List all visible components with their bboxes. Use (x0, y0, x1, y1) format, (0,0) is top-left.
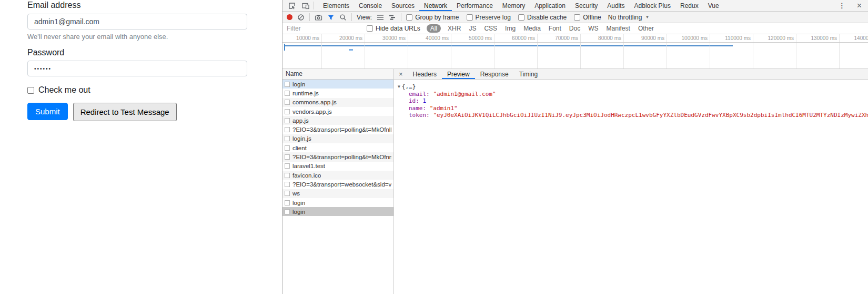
json-property[interactable]: id: 1 (398, 97, 868, 105)
resource-icon (285, 173, 290, 178)
overview-loaded-line (285, 45, 733, 46)
password-input[interactable] (27, 61, 247, 76)
timeline-gridline (365, 34, 365, 42)
toolbar-checkbox-group-by-frame[interactable]: Group by frame (406, 14, 459, 21)
request-row[interactable]: ?EIO=3&transport=polling&t=MkOfnmS… (282, 152, 393, 161)
toolbar-checkbox-offline[interactable]: Offline (574, 14, 601, 21)
devtools-tab-redux[interactable]: Redux (675, 0, 703, 11)
devtools-tab-sources[interactable]: Sources (387, 0, 419, 11)
preview-panel: ▼ {,…} email: "admin1@gmail.com"id: 1nam… (394, 80, 868, 294)
email-input[interactable] (27, 14, 247, 30)
record-icon[interactable] (287, 14, 292, 20)
timeline-tick-label: 10000 ms (282, 35, 319, 41)
request-row[interactable]: laravel1.test (282, 162, 393, 171)
devtools-tab-vue[interactable]: Vue (703, 0, 724, 11)
network-filter-input[interactable] (287, 25, 360, 32)
checkbox-label: Disable cache (527, 14, 567, 21)
name-column-header[interactable]: Name (282, 69, 393, 80)
timeline-tick-label: 70000 ms (541, 35, 578, 41)
close-detail-icon[interactable]: × (394, 71, 408, 77)
filter-type-xhr[interactable]: XHR (447, 24, 462, 33)
request-row[interactable]: commons.app.js (282, 98, 393, 107)
filter-type-img[interactable]: Img (504, 24, 517, 33)
devtools-tab-security[interactable]: Security (570, 0, 602, 11)
filter-type-js[interactable]: JS (468, 24, 477, 33)
devtools-close-icon[interactable]: × (857, 2, 862, 10)
resource-icon (285, 82, 290, 87)
inspect-element-icon[interactable] (286, 0, 298, 11)
email-label: Email address (27, 1, 80, 10)
filter-icon[interactable] (327, 14, 335, 21)
filter-type-ws[interactable]: WS (587, 24, 599, 33)
timeline-gridline (623, 34, 624, 42)
request-row[interactable]: favicon.ico (282, 171, 393, 180)
filter-type-manifest[interactable]: Manifest (605, 24, 631, 33)
devtools-tab-performance[interactable]: Performance (452, 0, 498, 11)
filter-type-doc[interactable]: Doc (568, 24, 581, 33)
detail-tab-headers[interactable]: Headers (408, 69, 442, 79)
request-row[interactable]: app.js (282, 116, 393, 125)
json-property[interactable]: token: "eyJ0eXAiOiJKV1QiLCJhbGciOiJIUzI1… (398, 112, 868, 119)
resource-icon (285, 136, 290, 141)
request-row[interactable]: ?EIO=3&transport=websocket&sid=vpi5… (282, 180, 393, 189)
submit-button[interactable]: Submit (27, 103, 68, 120)
redirect-button[interactable]: Redirect to Test Message (73, 103, 177, 121)
json-property[interactable]: email: "admin1@gmail.com" (398, 91, 868, 98)
toolbar-checkbox-preserve-log[interactable]: Preserve log (467, 14, 511, 21)
capture-screenshots-icon[interactable] (315, 14, 322, 21)
request-row[interactable]: ws (282, 189, 393, 198)
resource-icon (285, 145, 290, 151)
show-overview-icon[interactable] (389, 14, 396, 21)
hide-data-urls-checkbox[interactable]: Hide data URLs (367, 25, 420, 32)
timeline-gridline (753, 43, 753, 68)
devtools-tab-application[interactable]: Application (530, 0, 570, 11)
timeline-tick-label: 130000 ms (800, 35, 837, 41)
remember-checkbox[interactable] (27, 87, 34, 94)
request-row[interactable]: client (282, 143, 393, 152)
view-label: View: (357, 14, 372, 21)
filter-type-media[interactable]: Media (522, 24, 542, 33)
throttling-select[interactable]: No throttling ▼ (608, 14, 650, 21)
detail-tab-response[interactable]: Response (475, 69, 514, 79)
request-row[interactable]: login (282, 80, 393, 89)
timeline-gridline (796, 34, 796, 42)
devtools-tab-adblock-plus[interactable]: Adblock Plus (630, 0, 675, 11)
json-property[interactable]: name: "admin1" (398, 105, 868, 112)
request-name: login.js (292, 135, 311, 142)
toolbar-checkbox-disable-cache[interactable]: Disable cache (518, 14, 567, 21)
toggle-device-toolbar-icon[interactable] (300, 0, 311, 11)
json-root-node[interactable]: ▼ {,…} (398, 83, 868, 91)
clear-icon[interactable] (297, 14, 305, 21)
devtools-menu-icon[interactable]: ⋮ (839, 2, 845, 9)
detail-tab-timing[interactable]: Timing (514, 69, 543, 79)
requests-column: Name loginruntime.jscommons.app.jsvendor… (282, 69, 394, 294)
resource-icon (285, 91, 290, 96)
request-row[interactable]: login (282, 198, 393, 207)
devtools-tab-elements[interactable]: Elements (318, 0, 354, 11)
detail-tab-preview[interactable]: Preview (442, 69, 475, 79)
devtools-tab-memory[interactable]: Memory (498, 0, 530, 11)
login-form: Email address We'll never share your ema… (27, 1, 248, 127)
devtools-tab-network[interactable]: Network (419, 0, 452, 11)
remember-me-row: Check me out (27, 85, 90, 95)
devtools-tab-console[interactable]: Console (354, 0, 387, 11)
checkbox-icon (467, 14, 473, 21)
request-row[interactable]: ?EIO=3&transport=polling&t=MkOfnlD (282, 125, 393, 134)
request-row[interactable]: vendors.app.js (282, 107, 393, 116)
timeline-tick-label: 40000 ms (412, 35, 449, 41)
filter-type-all[interactable]: All (427, 24, 441, 33)
filter-type-other[interactable]: Other (637, 24, 655, 33)
timeline-gridline (408, 43, 408, 68)
filter-type-font[interactable]: Font (548, 24, 562, 33)
network-main-area: Name loginruntime.jscommons.app.jsvendor… (282, 69, 868, 294)
throttling-value: No throttling (608, 14, 642, 21)
network-overview-graph[interactable] (282, 43, 868, 69)
request-row[interactable]: runtime.js (282, 89, 393, 97)
request-row[interactable]: login (282, 207, 393, 216)
timeline-gridline (667, 34, 667, 42)
request-row[interactable]: login.js (282, 134, 393, 143)
search-icon[interactable] (339, 14, 347, 21)
large-request-rows-icon[interactable] (377, 14, 384, 21)
devtools-tab-audits[interactable]: Audits (602, 0, 629, 11)
filter-type-css[interactable]: CSS (483, 24, 498, 33)
